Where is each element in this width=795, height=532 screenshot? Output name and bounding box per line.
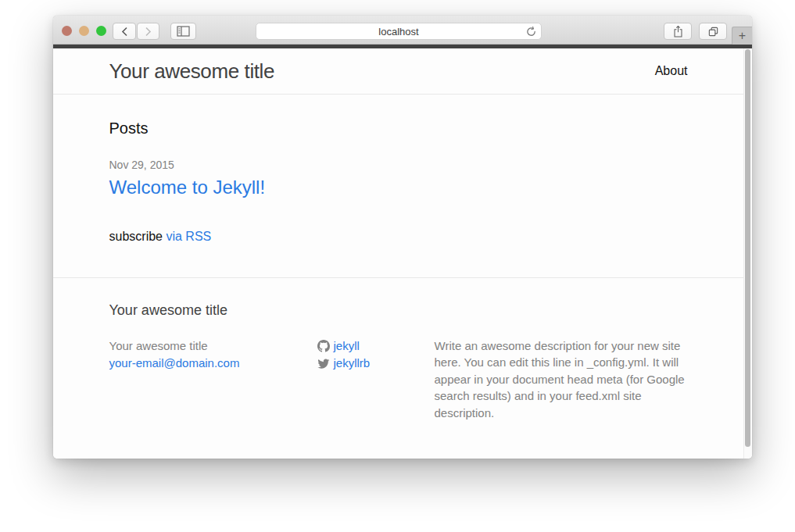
sidebar-toggle-button[interactable] xyxy=(170,23,196,40)
tab-overview-button[interactable] xyxy=(699,23,727,40)
nav-item-about[interactable]: About xyxy=(655,64,688,78)
twitter-icon xyxy=(317,357,330,370)
subscribe-text: subscribe xyxy=(109,230,163,243)
twitter-username: jekyllrb xyxy=(334,355,371,372)
posts-heading: Posts xyxy=(109,118,688,138)
site-footer: Your awesome title Your awesome title yo… xyxy=(53,278,743,443)
post-title-link[interactable]: Welcome to Jekyll! xyxy=(109,175,266,199)
browser-window: + Your awesome title About Posts Nov 29,… xyxy=(53,16,752,459)
address-bar xyxy=(256,23,542,40)
site-title-link[interactable]: Your awesome title xyxy=(109,59,275,84)
chevron-left-icon xyxy=(121,27,128,37)
footer-description: Write an awesome description for your ne… xyxy=(435,337,688,422)
address-input[interactable] xyxy=(256,23,541,39)
subscribe-line: subscribe via RSS xyxy=(109,227,688,246)
browser-toolbar: + xyxy=(53,16,752,45)
site-main: Posts Nov 29, 2015 Welcome to Jekyll! su… xyxy=(53,95,743,278)
post-date: Nov 29, 2015 xyxy=(109,157,688,173)
footer-contact-column: Your awesome title your-email@domain.com xyxy=(109,337,317,422)
zoom-button[interactable] xyxy=(96,26,106,36)
new-tab-button[interactable]: + xyxy=(732,27,752,45)
share-icon xyxy=(673,25,683,38)
github-link[interactable]: jekyll xyxy=(317,337,435,355)
page-viewport: Your awesome title About Posts Nov 29, 2… xyxy=(53,48,743,459)
scrollbar-thumb[interactable] xyxy=(745,49,750,447)
plus-icon: + xyxy=(739,29,746,43)
scrollbar-track[interactable] xyxy=(743,48,752,459)
twitter-link[interactable]: jekyllrb xyxy=(317,355,435,372)
sidebar-toggle-icon xyxy=(177,26,190,37)
refresh-button[interactable] xyxy=(525,26,537,37)
email-link[interactable]: your-email@domain.com xyxy=(109,356,240,370)
back-button[interactable] xyxy=(113,23,136,40)
footer-heading: Your awesome title xyxy=(109,302,688,320)
web-page: Your awesome title About Posts Nov 29, 2… xyxy=(53,48,752,459)
post-list-item: Nov 29, 2015 Welcome to Jekyll! xyxy=(109,157,688,199)
forward-button[interactable] xyxy=(137,23,159,40)
close-button[interactable] xyxy=(62,26,72,36)
tab-overview-icon xyxy=(707,26,719,37)
nav-button-group xyxy=(113,23,159,40)
chevron-right-icon xyxy=(145,27,152,37)
footer-social-column: jekyll jekyllrb xyxy=(317,337,435,422)
github-icon xyxy=(317,340,330,352)
minimize-button[interactable] xyxy=(79,26,89,36)
rss-link[interactable]: via RSS xyxy=(166,230,211,243)
share-button[interactable] xyxy=(664,23,692,40)
traffic-lights xyxy=(62,26,106,36)
post-list: Nov 29, 2015 Welcome to Jekyll! xyxy=(109,157,688,199)
footer-columns: Your awesome title your-email@domain.com… xyxy=(109,337,688,422)
site-header: Your awesome title About xyxy=(53,48,743,95)
github-username: jekyll xyxy=(334,337,360,355)
footer-site-name: Your awesome title xyxy=(109,337,317,355)
